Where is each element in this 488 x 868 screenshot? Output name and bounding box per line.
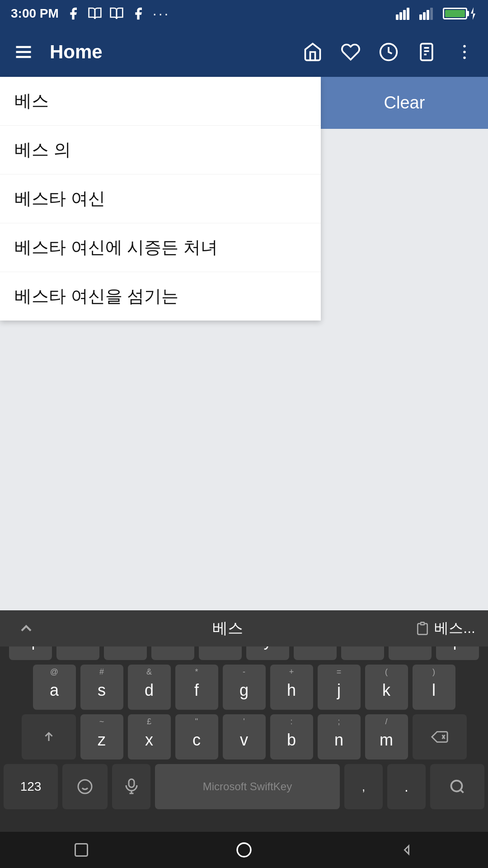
signal2-icon <box>419 7 437 20</box>
book2-icon <box>109 6 124 21</box>
key-j[interactable]: =j <box>318 665 361 710</box>
suggestion-right[interactable]: 베스... <box>415 618 475 638</box>
key-n[interactable]: ;n <box>318 714 361 760</box>
key-d[interactable]: &d <box>128 665 171 710</box>
svg-point-36 <box>237 843 251 857</box>
time-display: 3:00 PM <box>11 6 59 21</box>
svg-rect-5 <box>423 12 426 20</box>
nav-back-button[interactable] <box>393 836 420 863</box>
punctuation-key[interactable]: , <box>344 764 383 809</box>
key-k[interactable]: (k <box>365 665 408 710</box>
svg-rect-3 <box>407 8 409 20</box>
clear-side-button[interactable]: Clear <box>321 77 488 129</box>
app-bar: Home <box>0 27 488 77</box>
nav-square-button[interactable] <box>68 836 95 863</box>
autocomplete-item-3[interactable]: 베스타 여신에 시증든 처녀 <box>0 223 321 272</box>
battery-container <box>443 7 477 20</box>
svg-rect-0 <box>396 14 399 20</box>
notes-button[interactable] <box>414 39 439 65</box>
svg-rect-4 <box>419 14 422 20</box>
shift-key[interactable] <box>22 714 76 760</box>
autocomplete-dropdown: 베스 베스 의 베스타 여신 베스타 여신에 시증든 처녀 베스타 여신을 섬기… <box>0 77 321 321</box>
key-g[interactable]: -g <box>223 665 266 710</box>
home-button[interactable] <box>300 39 325 65</box>
more-dots: ··· <box>153 5 170 22</box>
more-button[interactable] <box>452 39 477 65</box>
favorite-button[interactable] <box>338 39 363 65</box>
svg-point-18 <box>463 51 466 53</box>
keyboard-row-2: @a #s &d *f -g +h =j (k )l <box>4 665 484 710</box>
status-right <box>396 7 477 20</box>
book-icon <box>88 6 102 21</box>
svg-rect-23 <box>421 623 424 625</box>
suggestion-center[interactable]: 베스 <box>40 618 415 639</box>
keyboard-mic-key[interactable] <box>112 764 150 809</box>
suggestion-right-text: 베스... <box>434 618 475 638</box>
svg-rect-35 <box>75 844 88 856</box>
keyboard-row-4: 123 Microsoft SwiftKey , . <box>4 764 484 809</box>
key-b[interactable]: :b <box>270 714 313 760</box>
nav-home-button[interactable] <box>230 836 258 863</box>
key-v[interactable]: 'v <box>223 714 266 760</box>
clear-side-label: Clear <box>384 93 425 113</box>
space-label: Microsoft SwiftKey <box>203 780 292 793</box>
keyboard-row-3: ~z £x "c 'v :b ;n /m <box>4 714 484 760</box>
autocomplete-item-2[interactable]: 베스타 여신 <box>0 175 321 223</box>
key-z[interactable]: ~z <box>80 714 123 760</box>
svg-rect-30 <box>129 779 134 788</box>
key-h[interactable]: +h <box>270 665 313 710</box>
svg-line-34 <box>460 790 464 793</box>
status-bar: 3:00 PM ··· <box>0 0 488 27</box>
svg-point-19 <box>463 57 466 59</box>
app-bar-icons <box>300 39 477 65</box>
signal-icon <box>396 7 414 20</box>
svg-rect-6 <box>427 10 429 20</box>
facebook2-icon <box>131 6 145 21</box>
svg-marker-37 <box>405 846 409 854</box>
history-button[interactable] <box>376 39 401 65</box>
autocomplete-item-0[interactable]: 베스 <box>0 77 321 126</box>
svg-point-17 <box>463 45 466 47</box>
svg-rect-7 <box>430 8 433 20</box>
svg-rect-2 <box>403 10 406 20</box>
key-l[interactable]: )l <box>413 665 455 710</box>
svg-marker-8 <box>471 7 475 20</box>
key-x[interactable]: £x <box>128 714 171 760</box>
key-m[interactable]: /m <box>365 714 408 760</box>
svg-point-33 <box>451 781 462 792</box>
space-key[interactable]: Microsoft SwiftKey <box>155 764 340 809</box>
emoji-key[interactable] <box>62 764 108 809</box>
nav-bar <box>0 832 488 868</box>
charging-icon <box>469 7 477 20</box>
keyboard-suggestion-bar: 베스 베스... <box>0 610 488 646</box>
svg-rect-1 <box>399 12 402 20</box>
key-s[interactable]: #s <box>80 665 123 710</box>
key-c[interactable]: "c <box>175 714 218 760</box>
status-left: 3:00 PM ··· <box>11 5 170 22</box>
key-f[interactable]: *f <box>175 665 218 710</box>
menu-button[interactable] <box>11 39 36 65</box>
autocomplete-item-4[interactable]: 베스타 여신을 섬기는 <box>0 272 321 321</box>
dot-key[interactable]: . <box>387 764 426 809</box>
app-title: Home <box>50 41 291 63</box>
num-key[interactable]: 123 <box>4 764 58 809</box>
clipboard-icon <box>415 621 430 636</box>
svg-point-27 <box>78 780 92 793</box>
backspace-key[interactable] <box>413 714 467 760</box>
chevron-up-icon[interactable] <box>13 619 40 637</box>
search-key[interactable] <box>430 764 484 809</box>
key-a[interactable]: @a <box>33 665 76 710</box>
facebook-icon <box>66 6 80 21</box>
autocomplete-item-1[interactable]: 베스 의 <box>0 126 321 175</box>
